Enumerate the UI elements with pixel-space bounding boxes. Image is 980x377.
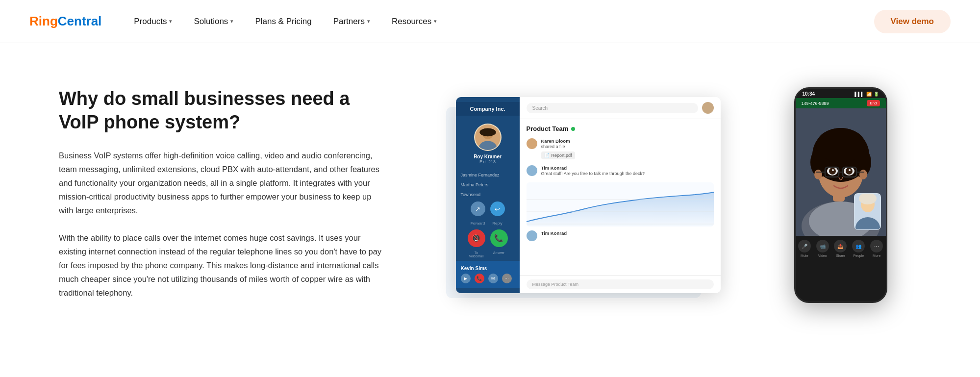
- sidebar-panel: Company Inc. Roy Kramer Ext.: [456, 97, 520, 293]
- logo-ring: Ring: [29, 14, 58, 29]
- chat-message-2: Tim Konrad Great stuff! Are you free to …: [527, 165, 714, 177]
- chart-area: [527, 182, 714, 226]
- chat-message-3: Tim Konrad ...: [527, 230, 714, 242]
- panel-header: Search: [520, 97, 721, 119]
- more-icon[interactable]: ⋯: [502, 274, 512, 283]
- chevron-down-icon: ▾: [169, 18, 172, 25]
- participants-button[interactable]: 👥 People: [852, 240, 865, 257]
- phone-time: 10:34: [803, 91, 815, 97]
- call-end-answer-buttons: 📵 📞: [456, 227, 520, 251]
- logo[interactable]: RingCentral: [29, 14, 101, 29]
- participants-icon: 👥: [852, 240, 865, 252]
- ui-mockup-container: Company Inc. Roy Kramer Ext.: [446, 87, 887, 323]
- chat-message-1: Karen Bloom shared a file 📄 Report.pdf: [527, 138, 714, 159]
- main-para-2: With the ability to place calls over the…: [59, 231, 382, 300]
- share-screen-button[interactable]: 📤 Share: [834, 240, 847, 257]
- reply-label: Reply: [490, 221, 505, 226]
- logo-central: Central: [58, 14, 102, 29]
- wifi-icon: 📶: [866, 92, 872, 97]
- forward-button[interactable]: ↗: [471, 201, 485, 216]
- main-para-1: Business VoIP systems offer high-definit…: [59, 149, 382, 217]
- phone-call-bar: 149-476-5889 End: [796, 98, 886, 108]
- nav-solutions[interactable]: Solutions ▾: [185, 13, 242, 30]
- file-icon: 📄: [544, 153, 550, 158]
- contact-ext: Ext. 213: [479, 159, 496, 164]
- chevron-down-icon: ▾: [367, 18, 370, 25]
- text-section: Why do small businesses need a VoIP phon…: [59, 82, 382, 313]
- main-nav: Products ▾ Solutions ▾ Plans & Pricing P…: [125, 13, 874, 30]
- avatar: [474, 124, 502, 151]
- desktop-app-window: Company Inc. Roy Kramer Ext.: [456, 97, 721, 293]
- message-icon[interactable]: ✉: [488, 274, 498, 283]
- end-call-button[interactable]: End: [867, 100, 879, 106]
- hangup-button[interactable]: 📵: [468, 229, 485, 247]
- mute-button[interactable]: 🎤 Mute: [798, 240, 811, 257]
- contact-name: Roy Kramer: [474, 154, 502, 159]
- message-author: Karen Bloom: [541, 138, 575, 144]
- battery-icon: 🔋: [874, 92, 879, 97]
- file-attachment: 📄 Report.pdf: [541, 151, 575, 159]
- forward-label: Forward: [471, 221, 485, 226]
- phone-controls: 🎤 Mute 📹 Video 📤 Share 👥 People: [796, 236, 886, 261]
- nav-resources[interactable]: Resources ▾: [383, 13, 446, 30]
- hangup-label: To Voicemail: [468, 251, 485, 258]
- team-title: Product Team: [527, 125, 714, 132]
- main-content: Why do small businesses need a VoIP phon…: [0, 43, 980, 377]
- video-cam-icon: 📹: [816, 240, 829, 252]
- phone-mockup: 10:34 ▌▌▌ 📶 🔋 149-476-5889 End: [794, 87, 887, 303]
- chevron-down-icon: ▾: [434, 18, 437, 25]
- svg-rect-3: [479, 128, 496, 136]
- signal-icon: ▌▌▌: [854, 92, 864, 97]
- list-item[interactable]: Jasmine Fernandez: [456, 170, 520, 180]
- chat-area: Product Team Karen Bloom shared a file 📄…: [520, 119, 721, 275]
- image-section: Company Inc. Roy Kramer Ext.: [412, 82, 921, 327]
- message-avatar: [527, 138, 537, 149]
- status-icons: ▌▌▌ 📶 🔋: [854, 92, 879, 97]
- video-icon[interactable]: ▶: [461, 274, 471, 283]
- nav-partners[interactable]: Partners ▾: [325, 13, 379, 30]
- reply-button[interactable]: ↩: [490, 201, 505, 216]
- mic-icon: 🎤: [798, 240, 811, 252]
- phone-status-bar: 10:34 ▌▌▌ 📶 🔋: [796, 89, 886, 98]
- panel-user-avatar: [702, 102, 714, 114]
- message-text: shared a file: [541, 144, 575, 150]
- nav-plans-pricing[interactable]: Plans & Pricing: [246, 13, 320, 30]
- view-demo-button[interactable]: View demo: [874, 10, 951, 33]
- answer-label: Answer: [490, 251, 508, 258]
- company-header: Company Inc.: [456, 102, 520, 116]
- avatar-area: Roy Kramer Ext. 213: [456, 116, 520, 170]
- message-avatar: [527, 230, 537, 241]
- message-input-bar: Message Product Team: [520, 275, 721, 293]
- video-call-area: [796, 108, 886, 236]
- list-item[interactable]: Martha Peters: [456, 180, 520, 190]
- share-icon: 📤: [834, 240, 847, 252]
- video-button[interactable]: 📹 Video: [816, 240, 829, 257]
- message-input[interactable]: Message Product Team: [527, 279, 714, 289]
- message-text: Great stuff! Are you free to talk me thr…: [541, 171, 645, 177]
- header-right: View demo: [874, 10, 951, 33]
- message-text: ...: [541, 236, 567, 242]
- online-indicator: [571, 127, 575, 131]
- chevron-down-icon: ▾: [230, 18, 233, 25]
- phone-number: 149-476-5889: [802, 101, 829, 106]
- call-action-buttons: ↗ ↩: [456, 198, 520, 220]
- main-heading: Why do small businesses need a VoIP phon…: [59, 87, 382, 134]
- pip-window: [854, 193, 881, 230]
- answer-button[interactable]: 📞: [490, 229, 508, 247]
- search-box[interactable]: Search: [527, 103, 698, 113]
- list-item[interactable]: Townsend: [456, 190, 520, 198]
- phone-icon[interactable]: 📞: [475, 274, 484, 283]
- main-chat-panel: Search Product Team Karen Bloom s: [520, 97, 721, 293]
- nav-products[interactable]: Products ▾: [125, 13, 181, 30]
- active-contact-name: Kevin Sims: [461, 266, 515, 271]
- active-contact-bar: Kevin Sims ▶ 📞 ✉ ⋯: [456, 261, 520, 288]
- message-author: Tim Konrad: [541, 230, 567, 236]
- site-header: RingCentral Products ▾ Solutions ▾ Plans…: [0, 0, 980, 43]
- more-icon: ⋯: [870, 240, 883, 252]
- sidebar-contact-list: Jasmine Fernandez Martha Peters Townsend…: [456, 170, 520, 198]
- more-options-button[interactable]: ⋯ More: [870, 240, 883, 257]
- message-avatar: [527, 165, 537, 176]
- message-author: Tim Konrad: [541, 165, 645, 171]
